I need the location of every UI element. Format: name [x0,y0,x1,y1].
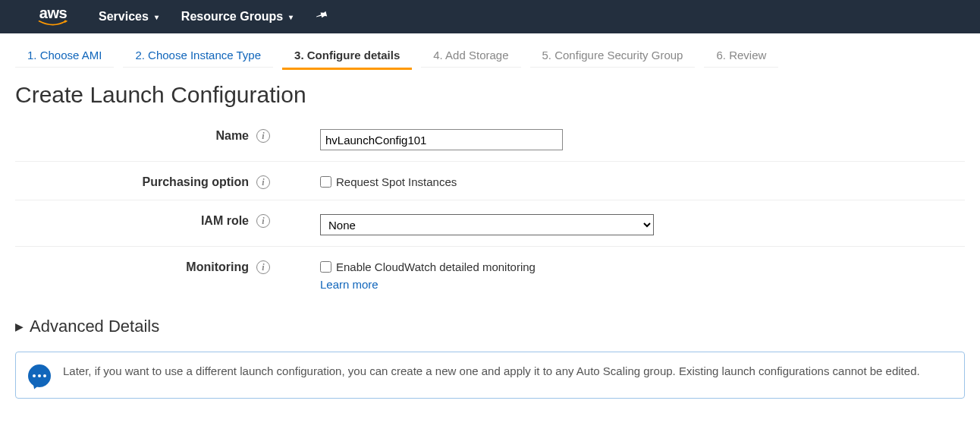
page-title: Create Launch Configuration [15,82,965,108]
advanced-details-toggle[interactable]: ▶ Advanced Details [15,317,965,336]
nav-resource-groups-label: Resource Groups [181,10,283,24]
row-purchasing-option: Purchasing option i Request Spot Instanc… [15,161,965,200]
label-monitoring: Monitoring [186,260,249,274]
nav-services-label: Services [99,10,149,24]
tab-configure-details[interactable]: 3. Configure details [282,43,412,70]
wizard-tabs: 1. Choose AMI 2. Choose Instance Type 3.… [0,33,980,70]
tab-choose-instance-type[interactable]: 2. Choose Instance Type [123,43,273,70]
label-iam-role: IAM role [201,214,249,228]
chevron-down-icon: ▾ [155,13,159,21]
iam-role-select[interactable]: None [320,214,654,235]
learn-more-link[interactable]: Learn more [320,278,378,291]
cloudwatch-checkbox-row[interactable]: Enable CloudWatch detailed monitoring [320,260,536,273]
aws-logo-text: aws [39,6,67,20]
top-nav: aws Services ▾ Resource Groups ▾ [0,0,980,33]
info-icon[interactable]: i [256,129,270,143]
info-box: Later, if you want to use a different la… [15,352,965,399]
aws-smile-icon [38,20,68,27]
name-input[interactable] [320,129,563,150]
aws-logo[interactable]: aws [38,6,68,27]
nav-services[interactable]: Services ▾ [99,10,159,24]
advanced-details-label: Advanced Details [30,317,159,336]
label-purchasing-option: Purchasing option [143,175,249,189]
info-icon[interactable]: i [256,175,270,189]
main-content: Create Launch Configuration Name i Purch… [0,70,980,411]
tab-choose-ami[interactable]: 1. Choose AMI [15,43,114,70]
label-name: Name [215,129,249,143]
info-icon[interactable]: i [256,214,270,228]
spot-instances-checkbox-row[interactable]: Request Spot Instances [320,175,457,188]
tab-review: 6. Review [704,43,778,70]
nav-resource-groups[interactable]: Resource Groups ▾ [181,10,293,24]
chevron-down-icon: ▾ [289,13,293,21]
info-icon[interactable]: i [256,260,270,274]
chat-bubble-icon [28,364,51,387]
info-box-text: Later, if you want to use a different la… [63,363,935,380]
triangle-right-icon: ▶ [15,320,24,333]
spot-instances-label: Request Spot Instances [336,175,457,188]
cloudwatch-label: Enable CloudWatch detailed monitoring [336,260,536,273]
pin-icon[interactable] [313,7,331,26]
row-monitoring: Monitoring i Enable CloudWatch detailed … [15,246,965,301]
tab-configure-security-group: 5. Configure Security Group [530,43,696,70]
tab-add-storage: 4. Add Storage [421,43,520,70]
cloudwatch-checkbox[interactable] [320,261,331,273]
spot-instances-checkbox[interactable] [320,176,331,188]
row-name: Name i [15,118,965,161]
row-iam-role: IAM role i None [15,200,965,246]
